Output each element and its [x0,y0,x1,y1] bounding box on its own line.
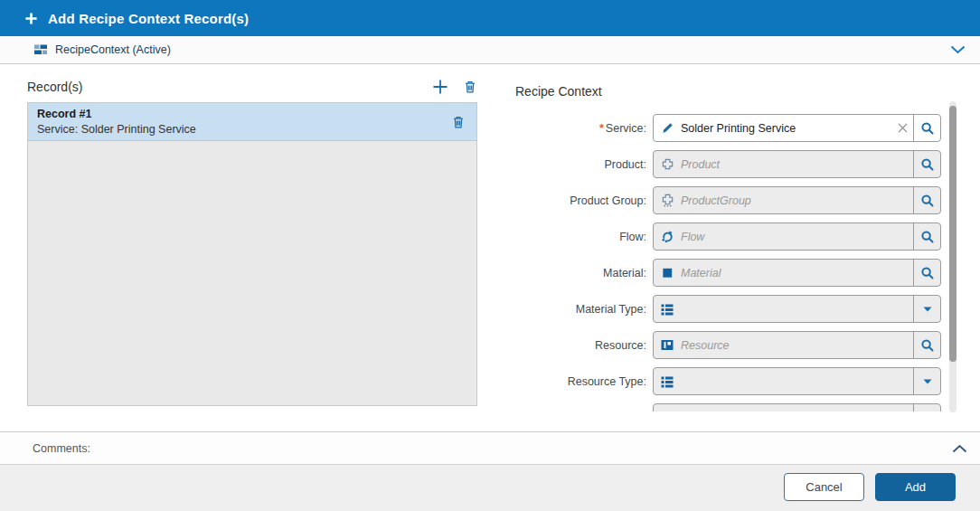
service-input[interactable] [681,115,891,141]
trash-icon[interactable] [451,115,466,129]
resource-input-group [653,331,941,359]
record-item-name: Record #1 [37,107,196,122]
product-group-input-group [653,186,941,214]
field-row-material-type: Material Type: [515,295,947,323]
clear-icon[interactable] [891,123,913,133]
product-input[interactable] [681,151,913,177]
partial-input-group[interactable] [653,403,941,412]
partial-input[interactable] [681,404,913,412]
field-row-resource-type: Resource Type: [515,367,947,395]
add-button[interactable]: Add [875,473,956,501]
records-panel-header: Record(s) [27,76,477,98]
partial-dropdown-button[interactable] [913,404,940,412]
resource-search-button[interactable] [913,332,940,358]
delete-all-trash-icon[interactable] [463,80,477,94]
resource-icon [654,338,681,352]
material-type-select[interactable] [653,295,941,323]
resource-type-select[interactable] [653,367,941,395]
chevron-up-icon[interactable] [952,444,967,453]
entity-label: RecipeContext (Active) [55,43,171,56]
records-panel-title: Record(s) [27,80,82,94]
field-row-resource: Resource: [515,331,947,359]
record-list-item-selected[interactable]: Record #1 Service: Solder Printing Servi… [28,103,476,141]
pencil-icon [654,121,681,135]
recipe-context-form: *Service: Product: [515,114,947,412]
field-row-product: Product: [515,150,947,178]
form-title: Recipe Context [515,84,602,99]
add-record-plus-icon[interactable] [432,79,448,95]
flow-icon [654,230,681,243]
material-type-label: Material Type: [515,303,653,316]
field-row-partial [515,403,947,412]
product-group-icon [654,194,681,207]
comments-section: Comments: [0,431,980,465]
resource-input[interactable] [681,332,913,358]
list-icon [654,374,681,389]
dialog-title: Add Recipe Context Record(s) [48,11,249,26]
service-label: *Service: [515,122,653,135]
field-row-flow: Flow: [515,222,947,251]
material-input-group [653,259,941,287]
cancel-button[interactable]: Cancel [784,473,864,501]
field-row-material: Material: [515,259,947,287]
resource-type-input[interactable] [681,368,913,394]
flow-label: Flow: [515,231,653,243]
product-group-search-button[interactable] [913,187,940,213]
resource-type-dropdown-button[interactable] [913,368,940,394]
product-icon [654,157,681,171]
product-search-button[interactable] [913,151,940,177]
field-row-product-group: Product Group: [515,186,947,214]
comments-label: Comments: [33,442,90,455]
list-icon [654,411,681,412]
material-label: Material: [515,267,653,279]
dialog-body: Record(s) Record #1 Service: Solder Prin… [0,64,980,431]
dialog-titlebar: Add Recipe Context Record(s) [0,0,980,36]
product-label: Product: [515,158,653,171]
entity-icon [33,43,48,56]
service-input-group [653,114,941,142]
list-icon [654,302,681,317]
form-scrollbar-thumb[interactable] [949,106,956,362]
service-search-button[interactable] [913,115,940,141]
material-input[interactable] [681,260,913,286]
material-type-dropdown-button[interactable] [913,296,940,322]
resource-type-label: Resource Type: [515,375,653,388]
flow-input[interactable] [681,223,913,250]
flow-input-group [653,222,941,251]
plus-icon [24,12,38,25]
field-row-service: *Service: [515,114,947,142]
material-type-input[interactable] [681,296,913,322]
resource-label: Resource: [515,339,653,352]
record-item-subtitle: Service: Solder Printing Service [37,122,196,137]
record-item-text: Record #1 Service: Solder Printing Servi… [37,107,196,137]
product-input-group [653,150,941,178]
product-group-input[interactable] [681,187,913,213]
required-marker: * [599,122,604,135]
form-scrollbar-track[interactable] [949,101,956,412]
record-list: Record #1 Service: Solder Printing Servi… [27,102,477,406]
chevron-down-icon[interactable] [950,45,966,54]
flow-search-button[interactable] [913,223,940,250]
dialog-footer: Cancel Add [0,465,980,511]
material-icon [654,266,681,279]
material-search-button[interactable] [913,260,940,286]
product-group-label: Product Group: [515,194,653,207]
entity-subheader: RecipeContext (Active) [0,36,980,64]
